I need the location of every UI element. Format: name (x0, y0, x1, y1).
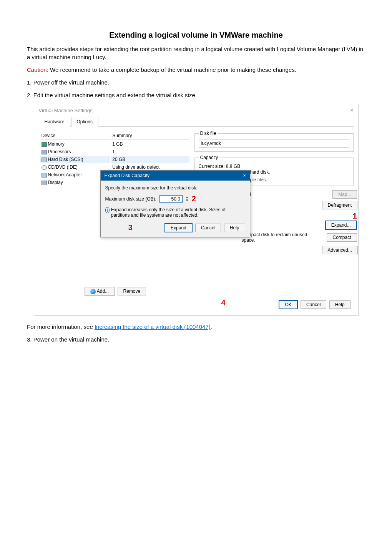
util-text: nultiple files. (242, 177, 357, 182)
info-icon: i (105, 207, 110, 213)
disk-file-group: Disk file (194, 131, 354, 152)
table-row[interactable]: Memory1 GB (40, 141, 189, 148)
capacity-legend: Capacity (199, 155, 220, 160)
globe-icon (90, 289, 96, 294)
help-button[interactable]: Help (329, 300, 350, 309)
summary-header: Summary (111, 132, 189, 140)
add-remove-row: Add... Remove (39, 287, 191, 296)
harddisk-icon (42, 158, 47, 162)
util-text: free (242, 202, 318, 208)
util-text: this hard disk. (242, 169, 357, 175)
remove-button[interactable]: Remove (118, 287, 146, 295)
expand-disk-dialog: Expand Disk Capacity × Specify the maxim… (100, 170, 250, 237)
max-disk-size-label: Maximum disk size (GB): (105, 196, 156, 202)
expand-button[interactable]: Expand... (325, 221, 357, 230)
advanced-button[interactable]: Advanced... (322, 246, 358, 254)
add-button[interactable]: Add... (85, 287, 115, 296)
callout-3: 3 (128, 223, 133, 232)
processors-icon (42, 150, 47, 154)
callout-4: 4 (221, 299, 226, 307)
callout-1: 1 (352, 212, 357, 221)
util-text: local (242, 192, 318, 197)
tab-options[interactable]: Options (71, 117, 98, 127)
spinner-down-icon[interactable]: ▼ (186, 199, 189, 202)
compact-button[interactable]: Compact (327, 233, 357, 242)
disk-file-field[interactable] (199, 139, 349, 148)
caution-text: We recommend to take a complete backup o… (48, 66, 296, 73)
network-icon (42, 173, 47, 177)
map-button[interactable]: Map... (332, 190, 357, 199)
more-info-suffix: . (211, 323, 212, 330)
more-info: For more information, see Increasing the… (27, 323, 365, 331)
cd-dvd-icon (42, 165, 47, 170)
page-title: Extending a logical volume in VMWare mac… (27, 31, 365, 40)
dialog-footer: 4 OK Cancel Help (39, 296, 354, 311)
device-header: Device (40, 132, 110, 140)
intro-paragraph: This article provides steps for extendin… (27, 45, 365, 61)
expand-cancel-button[interactable]: Cancel (195, 224, 221, 232)
step-2: 2. Edit the virtual machine settings and… (27, 91, 365, 99)
caution-paragraph: Caution: We recommend to take a complete… (27, 66, 365, 74)
disk-file-legend: Disk file (199, 131, 218, 136)
disk-utilities: this hard disk. nultiple files. localMap… (242, 169, 357, 257)
dialog-title: Virtual Machine Settings (39, 108, 93, 113)
table-row[interactable]: Hard Disk (SCSI)20 GB (40, 156, 189, 163)
max-disk-size-input[interactable] (159, 195, 183, 203)
more-info-prefix: For more information, see (27, 323, 95, 330)
capacity-current: Current size: 8.8 GB (199, 163, 349, 169)
close-icon[interactable]: × (243, 173, 246, 178)
ok-button[interactable]: OK (279, 300, 297, 309)
close-icon[interactable]: × (350, 107, 353, 113)
caution-label: Caution: (27, 66, 48, 73)
expand-help-button[interactable]: Help (224, 224, 245, 232)
compact-note: Compact disk to reclaim unused space. (242, 232, 318, 243)
vm-settings-dialog: Virtual Machine Settings × Hardware Opti… (34, 104, 359, 316)
memory-icon (42, 142, 47, 147)
tab-hardware[interactable]: Hardware (39, 117, 70, 127)
display-icon (42, 181, 47, 185)
expand-info-text: Expand increases only the size of a virt… (111, 207, 245, 218)
table-row[interactable]: CD/DVD (IDE)Using drive auto detect (40, 164, 189, 171)
step-3: 3. Power on the virtual machine. (27, 335, 365, 343)
defragment-button[interactable]: Defragment (322, 201, 358, 209)
table-row[interactable]: Processors1 (40, 148, 189, 155)
expand-spec-label: Specify the maximum size for the virtual… (105, 185, 245, 191)
expand-dialog-title: Expand Disk Capacity (105, 173, 149, 178)
callout-2: 2 (192, 194, 196, 203)
step-1: 1. Power off the virtual machine. (27, 78, 365, 86)
kb-link[interactable]: Increasing the size of a virtual disk (1… (95, 323, 211, 330)
cancel-button[interactable]: Cancel (301, 300, 326, 309)
expand-confirm-button[interactable]: Expand (164, 223, 193, 232)
tab-strip: Hardware Options (39, 116, 354, 127)
